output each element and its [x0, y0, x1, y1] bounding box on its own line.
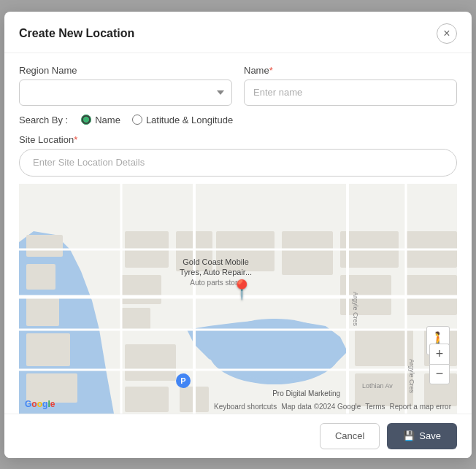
report-error-link[interactable]: Report a map error — [390, 403, 451, 411]
radio-latlng-label[interactable]: Latitude & Longitude — [132, 115, 233, 125]
svg-rect-14 — [125, 387, 169, 412]
search-by-label: Search By : — [19, 115, 68, 125]
svg-text:Lothian Av: Lothian Av — [362, 382, 393, 389]
region-name-label: Region Name — [19, 65, 232, 76]
modal-overlay: Create New Location × Region Name Name* — [0, 0, 476, 469]
svg-rect-4 — [26, 235, 63, 257]
svg-text:Argyle Cres: Argyle Cres — [352, 292, 359, 327]
svg-rect-5 — [26, 264, 55, 290]
modal-title: Create New Location — [19, 27, 134, 40]
svg-rect-13 — [125, 344, 176, 381]
modal-body: Region Name Name* Search By : — [4, 53, 472, 414]
save-label: Save — [419, 430, 441, 441]
radio-name-input[interactable] — [81, 115, 91, 125]
region-name-select[interactable] — [19, 80, 232, 106]
svg-rect-22 — [355, 330, 413, 366]
map-pin-parking: P — [176, 373, 191, 388]
cancel-button[interactable]: Cancel — [320, 423, 380, 449]
site-location-input[interactable] — [19, 149, 457, 177]
svg-text:Argyle Cres: Argyle Cres — [408, 359, 415, 394]
svg-rect-11 — [121, 275, 161, 304]
map-label-pro: Pro Digital Marketing — [272, 389, 340, 398]
region-name-group: Region Name — [19, 65, 232, 106]
svg-rect-6 — [26, 297, 59, 326]
close-button[interactable]: × — [437, 23, 457, 44]
radio-name-label[interactable]: Name — [81, 115, 120, 125]
name-input[interactable] — [244, 80, 457, 106]
modal-footer: Cancel 💾 Save — [4, 414, 472, 458]
map-footer-text: Keyboard shortcuts Map data ©2024 Google… — [214, 403, 451, 411]
site-location-label: Site Location* — [19, 134, 457, 145]
zoom-out-button[interactable]: − — [429, 364, 450, 384]
name-label: Name* — [244, 65, 457, 76]
name-group: Name* — [244, 65, 457, 106]
zoom-in-button[interactable]: + — [429, 344, 450, 364]
svg-rect-8 — [26, 373, 77, 403]
radio-latlng-input[interactable] — [132, 115, 142, 125]
search-by-row: Search By : Name Latitude & Longitude — [19, 115, 457, 125]
map-bg: Argyle Cres Argyle Cres Lothian Av Gold … — [19, 184, 457, 414]
save-icon: 💾 — [403, 430, 415, 441]
svg-rect-17 — [282, 231, 333, 275]
save-button[interactable]: 💾 Save — [387, 423, 457, 449]
radio-latlng-text: Latitude & Longitude — [146, 115, 233, 125]
google-logo: Google — [25, 399, 55, 409]
svg-rect-12 — [121, 308, 150, 330]
map-data-text: Map data ©2024 Google — [281, 403, 361, 411]
modal-header: Create New Location × — [4, 12, 472, 53]
map-container[interactable]: Argyle Cres Argyle Cres Lothian Av Gold … — [19, 184, 457, 414]
svg-rect-7 — [26, 333, 70, 366]
keyboard-shortcuts-link[interactable]: Keyboard shortcuts — [214, 403, 277, 411]
radio-group: Name Latitude & Longitude — [81, 115, 233, 125]
form-row-1: Region Name Name* — [19, 65, 457, 106]
radio-name-text: Name — [95, 115, 120, 125]
modal-dialog: Create New Location × Region Name Name* — [4, 12, 472, 458]
site-location-group: Site Location* — [19, 134, 457, 177]
map-zoom-controls: + − — [429, 344, 450, 384]
map-pin-red: 📍 — [230, 279, 253, 301]
svg-rect-24 — [355, 373, 413, 406]
terms-link[interactable]: Terms — [365, 403, 385, 411]
